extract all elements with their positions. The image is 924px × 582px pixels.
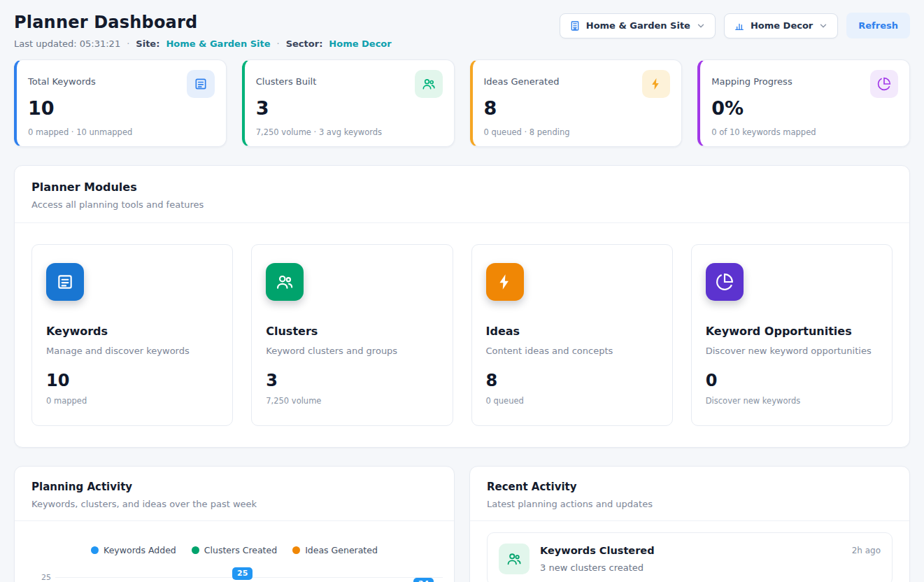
module-subtext: 7,250 volume [266, 396, 438, 406]
module-description: Keyword clusters and groups [266, 346, 438, 356]
activity-list-item[interactable]: Keywords Clustered 3 new clusters create… [487, 532, 893, 582]
page-title: Planner Dashboard [14, 13, 392, 32]
site-link[interactable]: Home & Garden Site [166, 38, 270, 49]
lightning-icon [486, 263, 524, 301]
stat-card-clusters-built: Clusters Built 3 7,250 volume · 3 avg ke… [242, 59, 455, 147]
data-point-label: 24 [413, 578, 434, 582]
legend-label: Clusters Created [204, 545, 277, 555]
recent-activity-title: Recent Activity [487, 481, 893, 493]
pie-chart-icon [706, 263, 744, 301]
stat-value: 8 [484, 99, 671, 118]
stat-label: Clusters Built [256, 70, 317, 87]
meta-separator: · [277, 38, 280, 49]
planner-modules-panel: Planner Modules Access all planning tool… [14, 165, 910, 448]
header-left: Planner Dashboard Last updated: 05:31:21… [14, 13, 392, 49]
stat-card-mapping-progress: Mapping Progress 0% 0 of 10 keywords map… [697, 59, 910, 147]
lightning-icon [642, 70, 670, 98]
legend-item-keywords-added[interactable]: Keywords Added [91, 545, 176, 555]
legend-label: Keywords Added [104, 545, 176, 555]
legend-item-ideas-generated[interactable]: Ideas Generated [292, 545, 378, 555]
stat-value: 10 [28, 99, 215, 118]
module-title: Keyword Opportunities [706, 325, 878, 338]
bottom-panels-row: Planning Activity Keywords, clusters, an… [14, 466, 910, 582]
module-value: 10 [46, 371, 218, 390]
module-subtext: 0 queued [486, 396, 658, 406]
stat-subtext: 0 mapped · 10 unmapped [28, 127, 215, 137]
last-updated-text: Last updated: 05:31:21 [14, 38, 120, 49]
chevron-down-icon [696, 21, 706, 31]
module-value: 3 [266, 371, 438, 390]
site-label: Site: [136, 38, 159, 49]
users-icon [499, 544, 529, 574]
chevron-down-icon [818, 21, 828, 31]
stat-value: 3 [256, 99, 443, 118]
header-controls: Home & Garden Site Home Decor Refresh [560, 13, 910, 38]
planner-dashboard-page: Planner Dashboard Last updated: 05:31:21… [0, 0, 924, 582]
module-value: 0 [706, 371, 878, 390]
building-icon [569, 20, 581, 31]
legend-label: Ideas Generated [305, 545, 378, 555]
site-selector-value: Home & Garden Site [586, 20, 690, 31]
module-title: Ideas [486, 325, 658, 338]
activity-item-title: Keywords Clustered [540, 545, 841, 556]
activity-line-chart: 25 25 24 [15, 561, 454, 582]
module-card-keyword-opportunities[interactable]: Keyword Opportunities Discover new keywo… [691, 244, 893, 426]
recent-activity-panel: Recent Activity Latest planning actions … [469, 466, 910, 582]
page-header: Planner Dashboard Last updated: 05:31:21… [14, 13, 910, 49]
legend-dot-green [192, 546, 199, 554]
users-icon [415, 70, 443, 98]
module-subtext: 0 mapped [46, 396, 218, 406]
sector-selector-dropdown[interactable]: Home Decor [724, 13, 838, 38]
module-value: 8 [486, 371, 658, 390]
stat-subtext: 0 queued · 8 pending [484, 127, 671, 137]
modules-grid: Keywords Manage and discover keywords 10… [15, 223, 909, 447]
pie-chart-icon [870, 70, 898, 98]
activity-item-description: 3 new clusters created [540, 562, 841, 573]
modules-subtitle: Access all planning tools and features [31, 199, 893, 210]
planning-activity-subtitle: Keywords, clusters, and ideas over the p… [31, 499, 437, 509]
recent-activity-subtitle: Latest planning actions and updates [487, 499, 893, 509]
meta-separator: · [127, 38, 129, 49]
module-card-ideas[interactable]: Ideas Content ideas and concepts 8 0 que… [471, 244, 673, 426]
module-card-keywords[interactable]: Keywords Manage and discover keywords 10… [31, 244, 233, 426]
stat-card-total-keywords: Total Keywords 10 0 mapped · 10 unmapped [14, 59, 227, 147]
stat-subtext: 7,250 volume · 3 avg keywords [256, 127, 443, 137]
stat-card-ideas-generated: Ideas Generated 8 0 queued · 8 pending [470, 59, 683, 147]
bar-chart-icon [734, 20, 745, 31]
divider [15, 520, 454, 521]
module-title: Clusters [266, 325, 438, 338]
document-icon [46, 263, 84, 301]
sector-selector-value: Home Decor [751, 20, 813, 31]
chart-legend: Keywords Added Clusters Created Ideas Ge… [15, 545, 454, 555]
sector-label: Sector: [286, 38, 323, 49]
stat-cards-row: Total Keywords 10 0 mapped · 10 unmapped… [14, 59, 910, 147]
stat-label: Total Keywords [28, 70, 96, 87]
stat-value: 0% [711, 99, 898, 118]
y-axis-tick: 25 [41, 573, 51, 582]
stat-subtext: 0 of 10 keywords mapped [711, 127, 898, 137]
stat-label: Mapping Progress [711, 70, 792, 87]
module-description: Content ideas and concepts [486, 346, 658, 356]
keywords-added-series-curve [55, 561, 455, 582]
stat-label: Ideas Generated [484, 70, 560, 87]
planning-activity-panel: Planning Activity Keywords, clusters, an… [14, 466, 455, 582]
sector-link[interactable]: Home Decor [329, 38, 391, 49]
legend-item-clusters-created[interactable]: Clusters Created [192, 545, 277, 555]
activity-item-timestamp: 2h ago [852, 544, 881, 555]
module-card-clusters[interactable]: Clusters Keyword clusters and groups 3 7… [251, 244, 453, 426]
module-title: Keywords [46, 325, 218, 338]
users-icon [266, 263, 304, 301]
module-subtext: Discover new keywords [706, 396, 878, 406]
data-point-label: 25 [232, 567, 253, 580]
document-icon [187, 70, 215, 98]
activity-item-body: Keywords Clustered 3 new clusters create… [540, 544, 841, 573]
site-selector-dropdown[interactable]: Home & Garden Site [560, 13, 716, 38]
module-description: Discover new keyword opportunities [706, 346, 878, 356]
module-description: Manage and discover keywords [46, 346, 218, 356]
legend-dot-blue [91, 546, 99, 554]
modules-title: Planner Modules [31, 180, 893, 194]
refresh-button[interactable]: Refresh [846, 13, 910, 38]
header-meta: Last updated: 05:31:21 · Site: Home & Ga… [14, 38, 392, 49]
planning-activity-title: Planning Activity [31, 481, 437, 493]
divider [470, 520, 909, 521]
